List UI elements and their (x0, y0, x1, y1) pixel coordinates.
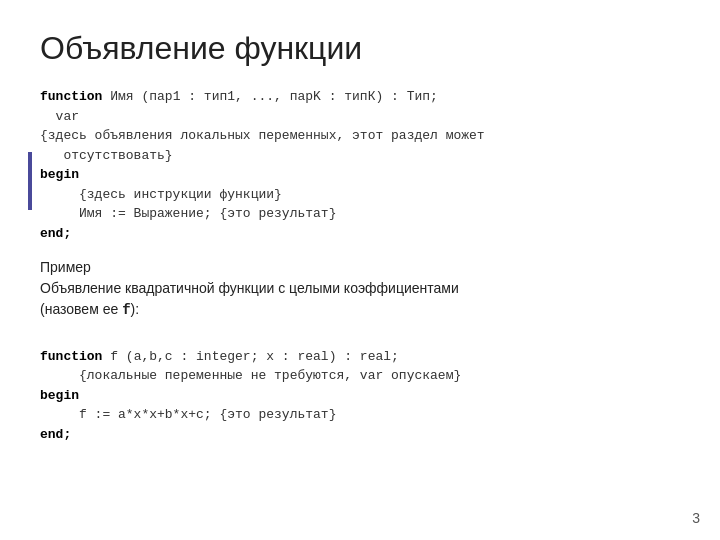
var-keyword: var (56, 109, 79, 124)
keyword-end-1: end; (40, 226, 71, 241)
keyword-function-2: function (40, 349, 102, 364)
keyword-begin-2: begin (40, 388, 79, 403)
slide: Объявление функции function Имя (пар1 : … (0, 0, 720, 540)
slide-title: Объявление функции (40, 30, 680, 67)
code-block-1: function Имя (пар1 : тип1, ..., парK : т… (40, 87, 680, 243)
keyword-end-2: end; (40, 427, 71, 442)
keyword-function-1: function (40, 89, 102, 104)
code-block-2: function f (a,b,c : integer; x : real) :… (40, 327, 680, 444)
example-label: Пример Объявление квадратичной функции с… (40, 257, 680, 321)
left-accent-bar (28, 152, 32, 210)
example-description-line1: Объявление квадратичной функции с целыми… (40, 280, 459, 296)
keyword-begin-1: begin (40, 167, 79, 182)
example-description-line2: (назовем ее f): (40, 301, 139, 317)
slide-number: 3 (692, 510, 700, 526)
